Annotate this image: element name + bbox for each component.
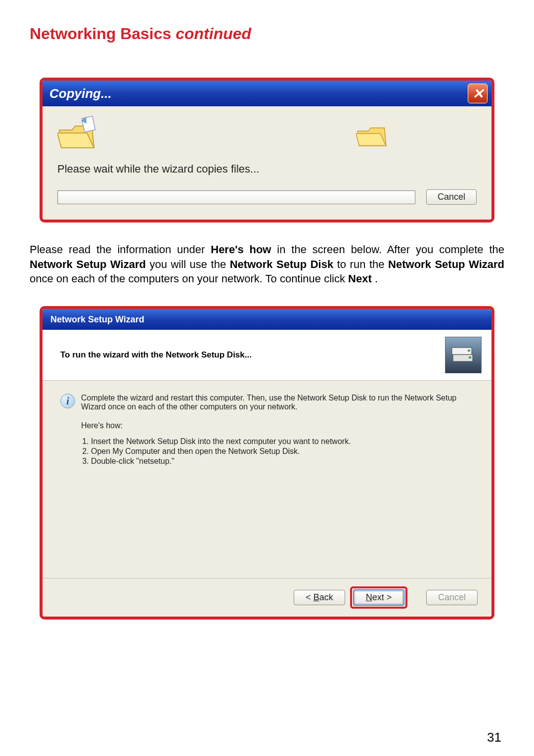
steps-list: Insert the Network Setup Disk into the n… xyxy=(91,437,474,466)
step-item: Insert the Network Setup Disk into the n… xyxy=(91,437,474,446)
heres-how-label: Here's how: xyxy=(81,421,474,430)
next-button-highlight: Next > xyxy=(350,586,407,609)
copy-animation xyxy=(57,116,477,156)
heading-text: Networking Basics xyxy=(30,25,171,43)
copying-wait-text: Please wait while the wizard copies file… xyxy=(57,163,477,176)
wizard-dialog: Network Setup Wizard To run the wizard w… xyxy=(40,306,494,620)
copying-dialog: Copying... ✕ Ple xyxy=(40,78,494,222)
wizard-info-row: i Complete the wizard and restart this c… xyxy=(60,394,474,411)
cancel-button[interactable]: Cancel xyxy=(426,189,477,205)
heading-continued: continued xyxy=(176,25,251,43)
next-button[interactable]: Next > xyxy=(353,589,404,606)
close-icon[interactable]: ✕ xyxy=(468,84,488,103)
instruction-paragraph: Please read the information under Here's… xyxy=(30,242,504,286)
wizard-steps: Here's how: Insert the Network Setup Dis… xyxy=(81,421,474,466)
svg-rect-4 xyxy=(468,350,470,352)
progress-bar xyxy=(57,190,415,204)
svg-rect-5 xyxy=(469,356,471,358)
wizard-footer: < Back Next > Cancel xyxy=(43,578,491,617)
wizard-title: Network Setup Wizard xyxy=(50,314,144,325)
wizard-titlebar[interactable]: Network Setup Wizard xyxy=(43,309,491,330)
wizard-header: To run the wizard with the Network Setup… xyxy=(43,330,491,381)
wizard-info-text: Complete the wizard and restart this com… xyxy=(81,394,474,411)
network-disk-icon xyxy=(445,337,482,373)
step-item: Open My Computer and then open the Netwo… xyxy=(91,447,474,456)
page-number: 31 xyxy=(487,730,501,745)
copying-title: Copying... xyxy=(49,86,112,101)
copying-titlebar[interactable]: Copying... ✕ xyxy=(43,81,491,106)
folder-dest-icon xyxy=(356,123,388,149)
wizard-cancel-button[interactable]: Cancel xyxy=(426,590,478,605)
folder-source-icon xyxy=(57,121,96,151)
copying-body: Please wait while the wizard copies file… xyxy=(43,106,491,220)
wizard-header-text: To run the wizard with the Network Setup… xyxy=(52,350,445,360)
wizard-body: i Complete the wizard and restart this c… xyxy=(43,381,491,578)
flying-document-icon xyxy=(79,115,99,133)
back-button[interactable]: < Back xyxy=(294,590,345,605)
info-icon: i xyxy=(60,394,75,408)
page-heading: Networking Basics continued xyxy=(30,25,504,43)
step-item: Double-click "netsetup." xyxy=(91,457,474,466)
